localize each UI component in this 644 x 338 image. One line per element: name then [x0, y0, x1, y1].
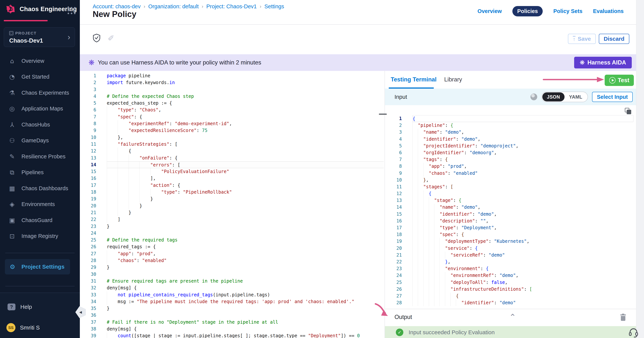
- sidebar-item-application-maps[interactable]: ◎Application Maps: [0, 101, 80, 117]
- project-selector[interactable]: PROJECT Chaos-Dev1 ›: [4, 27, 75, 47]
- code-line[interactable]: 19 "deploymentType": "Kubernetes",: [385, 238, 636, 245]
- user-menu[interactable]: SS Smriti S: [6, 323, 40, 332]
- trash-icon[interactable]: [620, 314, 626, 321]
- code-line[interactable]: 28 "chaos": "enabled": [80, 257, 384, 264]
- breadcrumb-item[interactable]: Organization: default: [148, 4, 199, 10]
- nav-policy-sets[interactable]: Policy Sets: [553, 6, 582, 16]
- opa-icon[interactable]: [530, 94, 537, 100]
- edit-pencil-icon[interactable]: ✐: [108, 34, 114, 43]
- code-line[interactable]: 13 "onFailure": {: [80, 155, 384, 161]
- code-line[interactable]: 23 "environment": {: [385, 265, 636, 272]
- code-line[interactable]: 39 count([stage | stage := input.pipelin…: [80, 332, 384, 338]
- save-button[interactable]: ↑ Save: [568, 34, 596, 44]
- code-line[interactable]: 1{: [385, 115, 636, 122]
- sidebar-item-chaos-dashboards[interactable]: ▦Chaos Dashboards: [0, 180, 80, 196]
- code-line[interactable]: 17 "type": "Deployment",: [385, 224, 636, 231]
- code-line[interactable]: 11 "failureStrategies": [: [80, 141, 384, 148]
- code-line[interactable]: 21 }: [80, 209, 384, 216]
- code-line[interactable]: 27 "app": "prod",: [80, 250, 384, 257]
- panel-resize-handle[interactable]: [379, 114, 387, 115]
- code-line[interactable]: 11 "stages": [: [385, 183, 636, 190]
- copy-icon[interactable]: [625, 108, 631, 114]
- code-line[interactable]: 12 {: [385, 190, 636, 197]
- test-button[interactable]: Test: [605, 75, 634, 86]
- code-line[interactable]: 18 "spec": {: [385, 231, 636, 238]
- code-line[interactable]: 20 }: [80, 202, 384, 209]
- code-line[interactable]: 2 "pipeline": {: [385, 122, 636, 129]
- sidebar-item-environments[interactable]: ◈Environments: [0, 196, 80, 212]
- code-line[interactable]: 25 "deployToAll": false,: [385, 279, 636, 286]
- code-line[interactable]: 4 "identifier": "demo",: [385, 136, 636, 143]
- code-line[interactable]: 7 "tags": {: [385, 156, 636, 163]
- code-line[interactable]: 24: [80, 230, 384, 237]
- sidebar-item-chaosguard[interactable]: ▣ChaosGuard: [0, 212, 80, 228]
- code-line[interactable]: 6 "orgIdentifier": "demoorg",: [385, 149, 636, 156]
- input-json-editor[interactable]: 1{2 "pipeline": {3 "name": "demo",4 "ide…: [385, 105, 636, 309]
- nav-policies[interactable]: Policies: [512, 6, 543, 17]
- code-line[interactable]: 12 {: [80, 148, 384, 154]
- select-input-button[interactable]: Select Input: [592, 92, 633, 102]
- code-line[interactable]: 8 "app": "prod",: [385, 163, 636, 170]
- code-line[interactable]: 21 "serviceRef": "demo": [385, 252, 636, 258]
- support-headset-icon[interactable]: [628, 327, 639, 337]
- code-line[interactable]: 35}: [80, 305, 384, 312]
- code-line[interactable]: 6 "type": "Chaos",: [80, 107, 384, 113]
- code-line[interactable]: 3 "name": "demo",: [385, 129, 636, 136]
- harness-aida-button[interactable]: ❋ Harness AIDA: [574, 57, 632, 69]
- format-option-json[interactable]: JSON: [542, 92, 564, 101]
- code-line[interactable]: 32deny[msg] {: [80, 284, 384, 291]
- code-line[interactable]: 24 "environmentRef": "demo",: [385, 272, 636, 279]
- code-line[interactable]: 38deny[msg] {: [80, 325, 384, 332]
- format-option-yaml[interactable]: YAML: [564, 92, 587, 101]
- code-line[interactable]: 36: [80, 312, 384, 318]
- module-grid-icon[interactable]: [68, 7, 76, 15]
- sidebar-item-chaoshubs[interactable]: ⅄ChaosHubs: [0, 117, 80, 133]
- code-line[interactable]: 10 },: [80, 134, 384, 141]
- code-line[interactable]: 10 },: [385, 177, 636, 183]
- sidebar-item-resilience-probes[interactable]: ✎Resilience Probes: [0, 149, 80, 165]
- code-line[interactable]: 9 "chaos": "enabled": [385, 170, 636, 177]
- code-line[interactable]: 5 "projectIdentifier": "demoproject",: [385, 143, 636, 149]
- code-line[interactable]: 23}: [80, 223, 384, 230]
- code-line[interactable]: 26 "infrastructureDefinitions": [: [385, 286, 636, 292]
- code-line[interactable]: 37# Fail if there is no "Deployment" sta…: [80, 319, 384, 325]
- policy-code-editor[interactable]: 1package pipeline2import future.keywords…: [80, 71, 384, 338]
- code-line[interactable]: 4# Define the expected Chaos step: [80, 93, 384, 100]
- code-line[interactable]: 7 "spec": {: [80, 114, 384, 120]
- code-line[interactable]: 13 "stage": {: [385, 197, 636, 204]
- shield-check-icon[interactable]: [92, 33, 101, 43]
- code-line[interactable]: 18 "type": "PipelineRollback": [80, 189, 384, 195]
- breadcrumb-item[interactable]: Account: chaos-dev: [93, 4, 141, 10]
- sidebar-item-project-settings[interactable]: ⚙ Project Settings: [5, 259, 70, 274]
- tab-testing-terminal[interactable]: Testing Terminal: [391, 76, 436, 83]
- chevron-up-icon[interactable]: ⌃: [509, 312, 516, 322]
- code-line[interactable]: 20 "service": {: [385, 245, 636, 252]
- tab-library[interactable]: Library: [444, 76, 462, 83]
- code-line[interactable]: 3: [80, 86, 384, 93]
- breadcrumb-item[interactable]: Project: Chaos-Dev1: [206, 4, 257, 10]
- sidebar-item-image-registry[interactable]: ⊡Image Registry: [0, 228, 80, 244]
- code-line[interactable]: 17 "action": {: [80, 182, 384, 189]
- help-button[interactable]: ? Help: [8, 303, 32, 310]
- code-line[interactable]: 15 "PolicyEvaluationFailure": [80, 168, 384, 175]
- code-line[interactable]: 22 },: [385, 258, 636, 265]
- code-line[interactable]: 22 ]: [80, 216, 384, 223]
- code-line[interactable]: 14 "name": "demo",: [385, 204, 636, 211]
- code-line[interactable]: 16 "description": "",: [385, 218, 636, 224]
- code-line[interactable]: 26required_tags := {: [80, 243, 384, 250]
- code-line[interactable]: 27 {: [385, 292, 636, 299]
- code-line[interactable]: 8 "experimentRef": "demo-experiment-id",: [80, 120, 384, 127]
- code-line[interactable]: 2import future.keywords.in: [80, 79, 384, 86]
- sidebar-item-get-started[interactable]: ◔Get Started: [0, 69, 80, 85]
- sidebar-item-overview[interactable]: ⌂Overview: [0, 53, 80, 69]
- sidebar-item-pipelines[interactable]: ⧉Pipelines: [0, 165, 80, 181]
- code-line[interactable]: 9 "expectedResilienceScore": 75: [80, 127, 384, 134]
- code-line[interactable]: 34 msg := "The pipeline must include the…: [80, 298, 384, 305]
- code-line[interactable]: 25# Define the required tags: [80, 237, 384, 243]
- code-line[interactable]: 31# Ensure required tags are present in …: [80, 278, 384, 284]
- code-line[interactable]: 30: [80, 271, 384, 278]
- code-line[interactable]: 29}: [80, 264, 384, 271]
- code-line[interactable]: 33 not pipeline_contains_required_tags(i…: [80, 291, 384, 298]
- code-line[interactable]: 28 "identifier": "demo": [385, 299, 636, 306]
- discard-button[interactable]: Discard: [599, 34, 629, 44]
